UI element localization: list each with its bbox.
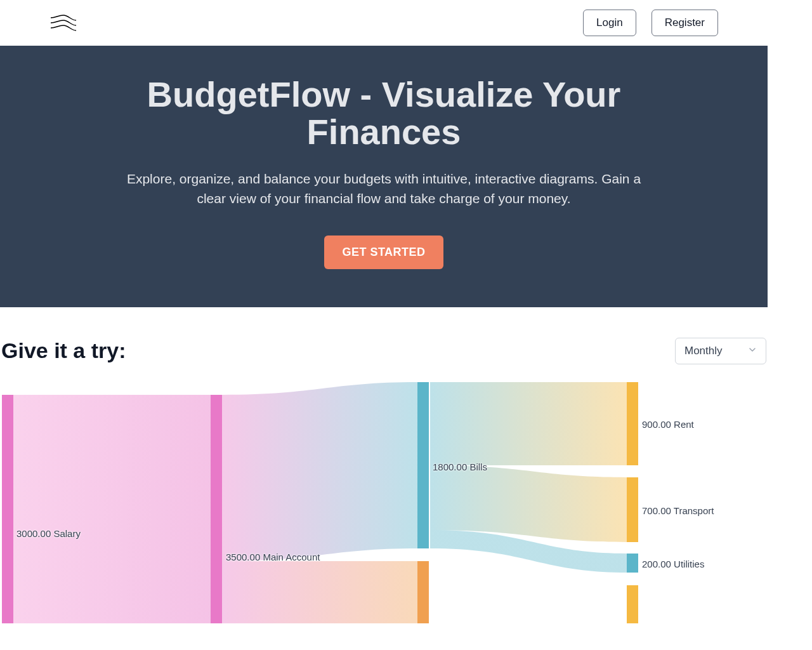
sankey-label-utilities: 200.00 Utilities	[642, 559, 704, 569]
sankey-label-rent: 900.00 Rent	[642, 419, 694, 430]
svg-rect-5	[627, 477, 638, 542]
sankey-label-main-account: 3500.00 Main Account	[226, 552, 320, 562]
svg-rect-7	[627, 585, 638, 623]
sankey-label-salary: 3000.00 Salary	[16, 528, 81, 539]
try-header: Give it a try: Monthly	[0, 338, 768, 382]
svg-rect-2	[417, 382, 429, 548]
hero-subtitle: Explore, organize, and balance your budg…	[114, 169, 653, 209]
chevron-down-icon	[748, 345, 757, 357]
period-select-label: Monthly	[684, 345, 723, 357]
navbar: Login Register	[0, 0, 768, 46]
svg-rect-1	[211, 395, 222, 623]
sankey-diagram[interactable]: 3000.00 Salary 3500.00 Main Account 1800…	[0, 382, 768, 623]
svg-rect-3	[417, 561, 429, 623]
hero-section: BudgetFlow - Visualize Your Finances Exp…	[0, 46, 768, 307]
svg-rect-6	[627, 554, 638, 573]
nav-buttons: Login Register	[583, 10, 718, 36]
app-logo	[49, 9, 77, 37]
svg-rect-0	[2, 395, 13, 623]
try-section: Give it a try: Monthly	[0, 307, 768, 623]
login-button[interactable]: Login	[583, 10, 636, 36]
get-started-button[interactable]: GET STARTED	[324, 235, 443, 269]
register-button[interactable]: Register	[652, 10, 718, 36]
try-title: Give it a try:	[0, 338, 126, 363]
hero-title: BudgetFlow - Visualize Your Finances	[98, 76, 669, 151]
sankey-label-transport: 700.00 Transport	[642, 505, 714, 516]
svg-rect-4	[627, 382, 638, 465]
period-select[interactable]: Monthly	[675, 338, 766, 364]
sankey-label-bills: 1800.00 Bills	[433, 461, 487, 472]
